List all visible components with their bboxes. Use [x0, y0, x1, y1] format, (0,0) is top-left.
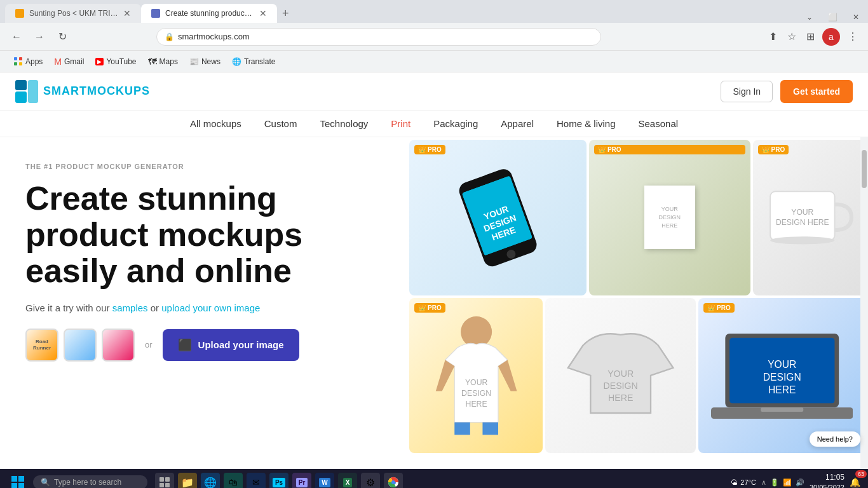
- address-bar[interactable]: 🔒 smartmockups.com: [156, 28, 601, 46]
- site-header: SMARTMOCKUPS Sign In Get started: [0, 72, 868, 111]
- forward-button[interactable]: →: [31, 28, 48, 46]
- apps-grid-icon: [14, 57, 23, 66]
- refresh-button[interactable]: ↻: [53, 28, 71, 46]
- word-icon[interactable]: W: [315, 473, 334, 488]
- volume-icon[interactable]: 🔊: [796, 478, 804, 487]
- svg-rect-34: [159, 477, 164, 482]
- hero-subtitle: Give it a try with our samples or upload…: [25, 302, 381, 313]
- svg-text:YOUR: YOUR: [607, 369, 634, 379]
- svg-text:HERE: HERE: [465, 400, 487, 409]
- mug-svg: YOUR DESIGN HERE: [764, 155, 854, 280]
- maximize-icon[interactable]: ⬜: [824, 11, 841, 23]
- taskbar-search[interactable]: 🔍 Type here to search: [33, 475, 147, 488]
- need-help-bubble[interactable]: Need help?: [810, 431, 860, 447]
- svg-text:DESIGN: DESIGN: [763, 372, 801, 383]
- bookmark-translate[interactable]: 🌐 Translate: [227, 55, 281, 69]
- get-started-button[interactable]: Get started: [780, 80, 853, 103]
- close-icon[interactable]: ✕: [849, 11, 863, 23]
- site-logo[interactable]: SMARTMOCKUPS: [15, 80, 150, 103]
- or-text: or: [145, 340, 153, 349]
- bookmark-news-label: News: [201, 57, 220, 66]
- translate-icon: 🌐: [232, 57, 241, 66]
- nav-custom[interactable]: Custom: [264, 112, 297, 135]
- sample-thumb-1[interactable]: RoadRunner: [25, 329, 58, 362]
- scrollbar-thumb[interactable]: [862, 150, 867, 188]
- svg-point-14: [461, 316, 492, 348]
- sample-thumb-2[interactable]: [64, 329, 97, 362]
- premiere-icon[interactable]: Pr: [292, 473, 311, 488]
- mockup-grid-area: 👑 PRO YOUR DESIGN HERE: [407, 137, 868, 469]
- chevron-up-icon[interactable]: ∧: [761, 478, 766, 487]
- mockup-laptop[interactable]: 👑 PRO YOUR DESIGN HERE Need help?: [698, 298, 865, 454]
- systray-icons: ∧ 🔋 📶 🔊: [761, 478, 804, 487]
- search-icon: 🔍: [41, 478, 50, 487]
- mockup-tshirt-person[interactable]: 👑 PRO YOUR DESIGN HERE: [409, 298, 543, 454]
- address-bar-row: ← → ↻ 🔒 smartmockups.com ⬆ ☆ ⊞ a ⋮: [0, 23, 868, 51]
- person-tshirt-svg: YOUR DESIGN HERE: [430, 306, 523, 445]
- back-button[interactable]: ←: [8, 28, 25, 46]
- svg-text:DESIGN HERE: DESIGN HERE: [776, 218, 829, 227]
- nav-packaging[interactable]: Packaging: [433, 112, 478, 135]
- photoshop-icon[interactable]: Ps: [269, 473, 288, 488]
- svg-rect-37: [165, 483, 170, 487]
- nav-all-mockups[interactable]: All mockups: [190, 112, 241, 135]
- crown-icon-2: 👑: [598, 146, 606, 153]
- menu-icon[interactable]: ⋮: [845, 28, 860, 45]
- share-icon[interactable]: ⬆: [766, 28, 780, 45]
- bookmark-translate-label: Translate: [244, 57, 276, 66]
- upload-icon: ⬛: [178, 338, 192, 352]
- edge-icon[interactable]: 🌐: [201, 473, 220, 488]
- weather-widget[interactable]: 🌤 27°C: [731, 478, 756, 486]
- file-explorer-icon[interactable]: 📁: [178, 473, 197, 488]
- tab-2[interactable]: Create stunning product mockup ✕: [141, 4, 277, 23]
- tab-1[interactable]: Sunting Pos < UKM TRIPLE-C — ✕: [5, 4, 141, 23]
- date-display: 30/05/2022: [810, 483, 844, 488]
- svg-point-13: [770, 237, 834, 245]
- start-button[interactable]: [8, 472, 28, 488]
- tab-2-close[interactable]: ✕: [259, 8, 267, 18]
- mockup-mug[interactable]: 👑 PRO YOUR DESIGN HERE: [753, 140, 866, 295]
- upload-link[interactable]: upload your own image: [161, 302, 260, 313]
- bookmark-maps-label: Maps: [159, 57, 178, 66]
- samples-link[interactable]: samples: [112, 302, 148, 313]
- crown-icon-3: 👑: [762, 146, 770, 153]
- clock[interactable]: 11:05 30/05/2022: [810, 472, 844, 488]
- tab-1-close[interactable]: ✕: [123, 8, 131, 18]
- task-view-icon[interactable]: [155, 473, 174, 488]
- upload-button-label: Upload your image: [198, 339, 284, 350]
- upload-button[interactable]: ⬛ Upload your image: [163, 329, 299, 361]
- window-controls: ⌄ ⬜ ✕: [803, 11, 863, 23]
- mail-icon[interactable]: ✉ 63: [247, 473, 266, 488]
- mockup-poster[interactable]: 👑 PRO YOURDESIGNHERE: [589, 140, 750, 295]
- bookmark-maps[interactable]: 🗺 Maps: [143, 54, 183, 69]
- minimize-icon[interactable]: ⌄: [803, 11, 817, 23]
- mockup-phone[interactable]: 👑 PRO YOUR DESIGN HERE: [409, 140, 587, 295]
- nav-seasonal[interactable]: Seasonal: [639, 112, 679, 135]
- nav-home-living[interactable]: Home & living: [557, 112, 616, 135]
- nav-print[interactable]: Print: [391, 112, 410, 135]
- time-display: 11:05: [810, 472, 844, 483]
- nav-apparel[interactable]: Apparel: [501, 112, 534, 135]
- svg-rect-29: [761, 407, 803, 412]
- bookmark-gmail[interactable]: M Gmail: [49, 54, 89, 69]
- sample-thumb-3[interactable]: [102, 329, 135, 362]
- chrome-icon[interactable]: [384, 473, 403, 488]
- nav-technology[interactable]: Technology: [320, 112, 368, 135]
- new-tab-button[interactable]: +: [280, 4, 292, 23]
- sign-in-button[interactable]: Sign In: [721, 81, 773, 102]
- pro-badge-tshirt-person: 👑 PRO: [414, 303, 445, 313]
- svg-rect-18: [454, 422, 470, 435]
- bookmark-apps[interactable]: Apps: [9, 55, 48, 69]
- bookmark-youtube[interactable]: ▶ YouTube: [90, 55, 141, 69]
- notification-icon[interactable]: 🔔: [850, 477, 860, 487]
- profile-avatar[interactable]: a: [822, 28, 840, 46]
- store-icon[interactable]: 🛍: [224, 473, 243, 488]
- crown-icon: 👑: [418, 146, 426, 153]
- mockup-tshirt-flat[interactable]: YOUR DESIGN HERE: [545, 298, 696, 454]
- split-view-icon[interactable]: ⊞: [804, 28, 817, 45]
- settings-icon[interactable]: ⚙: [361, 473, 380, 488]
- pro-badge-poster: 👑 PRO: [594, 145, 745, 154]
- bookmark-star-icon[interactable]: ☆: [785, 28, 799, 45]
- bookmark-news[interactable]: 📰 News: [184, 55, 226, 69]
- excel-icon[interactable]: X: [338, 473, 357, 488]
